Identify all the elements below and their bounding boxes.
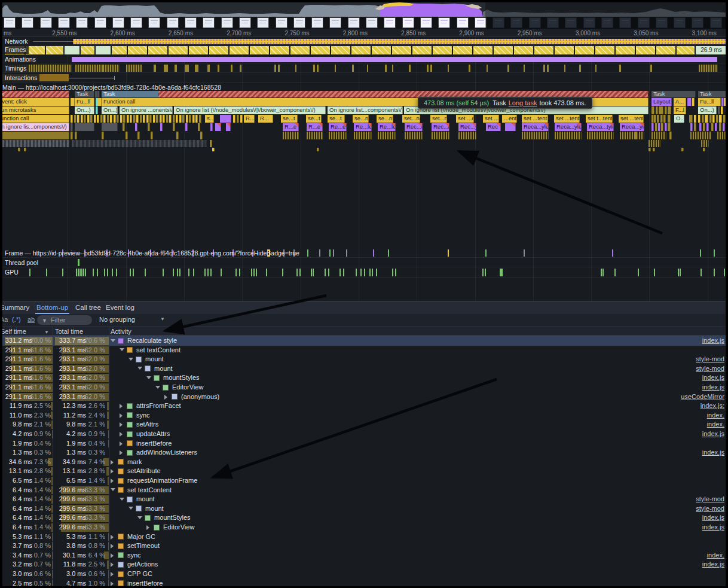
collapse-arrow-icon[interactable]	[129, 507, 133, 510]
flame-block[interactable]	[133, 115, 136, 123]
flame-block[interactable]	[654, 115, 656, 123]
flame-block[interactable]: se...t	[328, 115, 345, 123]
source-link[interactable]: index.js	[702, 337, 724, 344]
table-row[interactable]: 291.1 ms61.6 %293.1 ms62.0 %mountstyle-m…	[2, 355, 726, 364]
flame-block[interactable]	[690, 132, 711, 139]
table-row[interactable]: 11.9 ms2.5 %12.3 ms2.6 %attrsFromFacetin…	[2, 401, 726, 411]
frame-duration-block[interactable]	[534, 46, 553, 54]
flame-block[interactable]	[71, 115, 73, 123]
flame-block[interactable]	[237, 115, 239, 123]
flame-block[interactable]	[2, 140, 69, 147]
flame-block[interactable]: Task	[698, 91, 727, 98]
flame-block[interactable]	[378, 132, 396, 139]
flame-block[interactable]	[718, 106, 720, 114]
flame-block[interactable]	[405, 132, 423, 139]
flame-block[interactable]	[117, 115, 119, 123]
table-row[interactable]: 6.4 ms1.4 %299.6 ms63.3 %mountstyle-mod	[2, 504, 726, 514]
frame-duration-block[interactable]	[81, 46, 94, 54]
film-thumb[interactable]	[384, 17, 396, 28]
flame-block[interactable]	[169, 115, 172, 123]
flame-block[interactable]	[176, 115, 178, 123]
flame-block[interactable]	[87, 115, 90, 123]
flame-block[interactable]	[185, 123, 188, 131]
film-thumb[interactable]	[239, 17, 251, 28]
frame-duration-block[interactable]	[494, 46, 513, 54]
flame-block[interactable]	[719, 123, 721, 131]
activity-label[interactable]: (anonymous)	[181, 393, 219, 400]
flame-block[interactable]: R...	[244, 115, 255, 123]
activity-label[interactable]: sync	[127, 552, 141, 559]
flame-block[interactable]: Run microtasks	[0, 106, 69, 114]
frame-duration-block[interactable]	[128, 46, 147, 54]
activity-label[interactable]: mount	[154, 365, 173, 372]
frame-duration-block[interactable]	[65, 46, 79, 54]
table-row[interactable]: 6.4 ms1.4 %299.6 ms63.3 %EditorViewindex…	[2, 523, 726, 532]
frame-duration-block[interactable]	[555, 46, 574, 54]
flame-block[interactable]	[77, 115, 79, 123]
flame-block[interactable]: Re...le	[378, 123, 396, 131]
flame-block[interactable]	[123, 115, 126, 123]
flame-block[interactable]	[715, 123, 717, 131]
flame-block[interactable]	[97, 91, 100, 98]
frame-duration-block[interactable]	[677, 46, 695, 54]
flame-block[interactable]: Reca...yle	[522, 123, 549, 131]
flame-block[interactable]	[72, 140, 207, 147]
film-thumb[interactable]	[293, 17, 305, 28]
flame-block[interactable]	[283, 132, 299, 139]
frame-duration-block[interactable]	[230, 46, 249, 54]
expand-arrow-icon[interactable]	[111, 581, 114, 586]
col-activity[interactable]: Activity	[111, 328, 131, 335]
frame-duration-block[interactable]	[616, 46, 635, 54]
activity-label[interactable]: setAttrs	[136, 421, 158, 428]
flame-block[interactable]	[153, 115, 155, 123]
flame-block[interactable]: Re...e	[329, 123, 347, 131]
flame-block[interactable]	[102, 132, 104, 139]
source-link[interactable]: useCodeMirror	[681, 393, 724, 400]
grouping-dropdown-icon[interactable]: ▼	[160, 316, 165, 322]
flame-block[interactable]	[210, 123, 213, 131]
column-divider[interactable]	[109, 327, 109, 586]
table-row[interactable]: 11.0 ms2.3 %11.2 ms2.4 %syncindex.	[2, 411, 726, 421]
flame-block[interactable]	[173, 123, 175, 131]
flame-block[interactable]: Rec...le	[432, 123, 449, 131]
activity-label[interactable]: set textContent	[136, 346, 181, 354]
flame-block[interactable]	[458, 132, 476, 139]
flame-block[interactable]	[317, 148, 319, 151]
flame-block[interactable]	[94, 115, 96, 123]
frame-duration-block[interactable]	[656, 46, 675, 54]
track-frames[interactable]: Frames 26.9 ms	[2, 45, 726, 55]
flame-block[interactable]	[307, 132, 323, 139]
flame-block[interactable]: se...t	[306, 115, 322, 123]
expand-arrow-icon[interactable]	[120, 432, 123, 437]
activity-label[interactable]: insertBefore	[127, 580, 163, 586]
flame-block[interactable]: set ...tent	[619, 115, 644, 123]
expand-arrow-icon[interactable]	[120, 404, 123, 409]
source-link[interactable]: index.js	[702, 374, 724, 381]
flame-block[interactable]	[140, 115, 142, 123]
flame-block[interactable]: Layout	[651, 98, 672, 106]
flame-block[interactable]	[199, 115, 201, 123]
flame-block[interactable]	[620, 132, 644, 139]
film-thumb[interactable]	[94, 17, 106, 28]
flame-block[interactable]	[192, 115, 195, 123]
expand-arrow-icon[interactable]	[111, 535, 114, 540]
whole-word-icon[interactable]: ab	[27, 316, 35, 323]
flame-block[interactable]	[110, 115, 112, 123]
flame-block[interactable]: On ignore lis...omponents\/)	[0, 123, 69, 131]
frame-duration-block[interactable]	[46, 46, 63, 54]
flame-block[interactable]: Rec...yle	[458, 123, 476, 131]
flame-block[interactable]: Fu...ll	[75, 98, 94, 106]
flame-block[interactable]	[198, 123, 200, 131]
sort-arrow-icon[interactable]: ▼	[44, 330, 49, 335]
expand-arrow-icon[interactable]	[120, 450, 123, 455]
activity-label[interactable]: EditorView	[163, 523, 194, 531]
flame-block[interactable]	[681, 148, 684, 151]
frame-duration-block[interactable]	[412, 46, 432, 54]
frame-duration-block[interactable]	[473, 46, 493, 54]
flame-block[interactable]: Function call	[0, 115, 69, 123]
track-timings[interactable]: Timings	[2, 63, 726, 73]
flame-block[interactable]	[658, 123, 660, 131]
film-thumb[interactable]	[257, 17, 269, 28]
source-link[interactable]: style-mod	[696, 355, 724, 362]
filter-input[interactable]: ▼Filter	[37, 315, 92, 325]
